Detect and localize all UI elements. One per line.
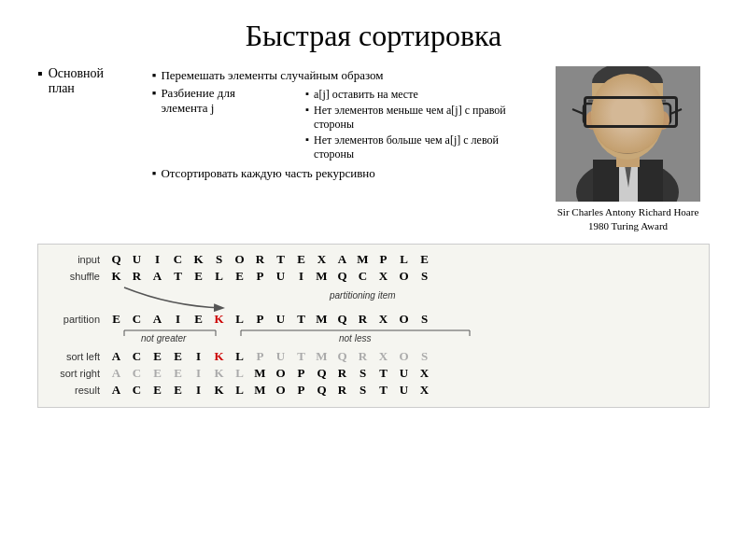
partitioning-annotation: partitioning item — [115, 286, 698, 312]
page-title: Быстрая сортировка — [37, 19, 710, 53]
row-cells-sort-right: A C E E I K L M O P Q R S T U X — [107, 366, 434, 381]
diagram-row-shuffle: shuffle K R A T E L E P U I M Q C X O S — [49, 269, 698, 284]
svg-rect-8 — [592, 83, 663, 102]
svg-line-22 — [588, 100, 612, 101]
row-label-partition: partition — [49, 314, 107, 325]
diagram-row-result: result A C E E I K L M O P Q R S T U X — [49, 383, 698, 398]
svg-point-15 — [607, 132, 648, 154]
svg-point-6 — [592, 76, 663, 160]
row-cells-sort-left: A C E E I K L P U T M Q R X O S — [107, 349, 434, 364]
svg-text:not greater: not greater — [141, 333, 187, 343]
partition-arrow-svg: partitioning item — [115, 286, 712, 312]
sub-bullet-2: Разбиение для элемента j a[j] оставить н… — [152, 86, 531, 163]
row-label-result: result — [49, 385, 107, 396]
bullet-list: Основной план Перемешать элементы случай… — [37, 66, 531, 234]
sub-bullet-3: Отсортировать каждую часть рекурсивно — [152, 166, 531, 181]
page: Быстрая сортировка Основной план Перемеш… — [0, 0, 747, 560]
svg-rect-10 — [638, 104, 670, 124]
row-cells-partition: E C A I E K L P U T M Q R X O S — [107, 312, 434, 327]
svg-point-19 — [644, 106, 663, 121]
svg-point-21 — [649, 109, 658, 119]
svg-point-18 — [591, 106, 610, 121]
row-label-sort-left: sort left — [49, 351, 107, 362]
subsub-bullet-1: a[j] оставить на месте — [305, 88, 531, 102]
content-area: Основной план Перемешать элементы случай… — [37, 66, 710, 234]
person-photo-svg — [556, 66, 700, 202]
diagram-row-sort-left: sort left A C E E I K L P U T M Q R X O … — [49, 349, 698, 364]
subsub-bullet-3: Нет элементов больше чем a[j] с левой ст… — [305, 133, 531, 161]
not-greater-less-annotation: not greater not less — [115, 329, 698, 349]
row-label-shuffle: shuffle — [49, 271, 107, 282]
row-cells-shuffle: K R A T E L E P U I M Q C X O S — [107, 269, 434, 284]
person-photo — [556, 66, 700, 202]
subsub-bullet-2: Нет элементов меньше чем a[j] с правой с… — [305, 104, 531, 132]
row-label-sort-right: sort right — [49, 368, 107, 379]
svg-point-16 — [585, 111, 599, 130]
svg-point-20 — [596, 109, 605, 119]
svg-point-14 — [621, 120, 634, 139]
svg-text:partitioning item: partitioning item — [329, 290, 396, 301]
diagram-row-sort-right: sort right A C E E I K L M O P Q R S T U… — [49, 366, 698, 381]
row-label-input: input — [49, 254, 107, 265]
main-bullet-1: Основной план Перемешать элементы случай… — [37, 66, 531, 184]
svg-rect-9 — [584, 104, 616, 124]
photo-caption: Sir Charles Antony Richard Hoare 1980 Tu… — [557, 205, 699, 234]
svg-point-17 — [656, 111, 669, 130]
row-cells-result: A C E E I K L M O P Q R S T U X — [107, 383, 434, 398]
svg-line-23 — [642, 100, 666, 101]
not-greater-less-svg: not greater not less — [115, 329, 712, 349]
diagram-box: input Q U I C K S O R T E X A M P L E — [37, 244, 710, 408]
diagram-row-partition: partition E C A I E K L P U T M Q R X O … — [49, 312, 698, 327]
svg-point-7 — [592, 66, 663, 104]
sub-bullet-1: Перемешать элементы случайным образом — [152, 68, 531, 83]
diagram-row-input: input Q U I C K S O R T E X A M P L E — [49, 252, 698, 267]
row-cells-input: Q U I C K S O R T E X A M P L E — [107, 252, 434, 267]
svg-text:not less: not less — [339, 333, 371, 343]
photo-box: Sir Charles Antony Richard Hoare 1980 Tu… — [546, 66, 710, 234]
